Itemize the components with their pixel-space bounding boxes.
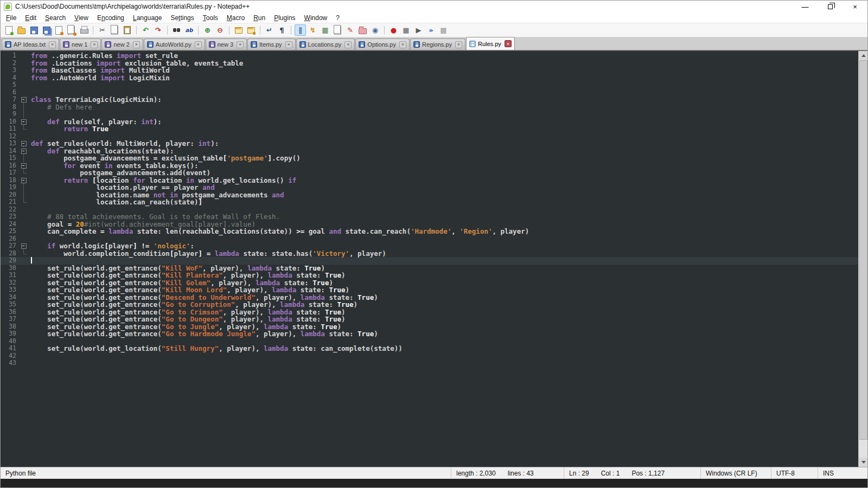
toolbar-replace-button[interactable]: ab — [183, 24, 195, 36]
toolbar-save-all-button[interactable] — [41, 24, 52, 36]
fold-margin — [20, 279, 28, 287]
fold-marker[interactable] — [20, 118, 28, 126]
notepad-plus-plus-icon — [4, 3, 12, 11]
toolbar-folder-as-workspace-button[interactable] — [357, 24, 368, 36]
menu-item-run[interactable]: Run — [249, 13, 270, 23]
scroll-down-button[interactable] — [859, 458, 867, 467]
toolbar-macro-run-multiple-button[interactable]: » — [425, 24, 437, 36]
toolbar-file-browser-button[interactable]: ▦ — [320, 24, 331, 36]
scrollbar-thumb[interactable] — [859, 60, 867, 440]
toolbar-open-file-button[interactable] — [16, 24, 27, 36]
line-number: 9 — [1, 111, 20, 118]
menu-item-search[interactable]: Search — [41, 13, 70, 23]
toolbar-macro-stop-button[interactable]: ■ — [400, 24, 412, 36]
menu-item-language[interactable]: Language — [129, 13, 166, 23]
code-segment: 'Region' — [459, 227, 492, 235]
status-eol[interactable]: Windows (CR LF) — [700, 467, 771, 479]
toolbar: ✂↶↷ab⊕⊖↵¶∥↯▦✎◉●■▶»▩ — [1, 23, 867, 37]
toolbar-paste-button[interactable] — [122, 24, 133, 36]
toolbar-cut-button[interactable]: ✂ — [97, 24, 108, 36]
close-icon[interactable]: × — [195, 41, 202, 48]
tab-autoworld-py[interactable]: AutoWorld.py× — [144, 38, 205, 50]
vertical-scrollbar[interactable] — [858, 51, 867, 467]
menu-item-macro[interactable]: Macro — [222, 13, 249, 23]
toolbar-show-all-characters-button[interactable]: ¶ — [276, 24, 288, 36]
close-icon[interactable]: × — [237, 41, 244, 48]
toolbar-word-wrap-button[interactable]: ↵ — [264, 24, 275, 36]
tab-rules-py[interactable]: Rules.py× — [466, 37, 515, 50]
code-text: can_complete = lambda state: len(reachab… — [28, 228, 529, 235]
toolbar-document-monitor-button[interactable]: ◉ — [369, 24, 381, 36]
tab-label: AP Ideas.txt — [14, 41, 46, 48]
toolbar-new-file-button[interactable] — [3, 24, 15, 36]
toolbar-macro-play-button[interactable]: ▶ — [413, 24, 424, 36]
scroll-up-button[interactable] — [859, 51, 867, 60]
status-encoding[interactable]: UTF-8 — [771, 467, 818, 479]
toolbar-redo-button[interactable]: ↷ — [152, 24, 164, 36]
menu-item-edit[interactable]: Edit — [21, 13, 41, 23]
editor[interactable]: 1from ..generic.Rules import set_rule2fr… — [1, 50, 867, 467]
toolbar-find-button[interactable] — [171, 24, 182, 36]
toolbar-function-list-button[interactable]: ↯ — [307, 24, 318, 36]
tab-locations-py[interactable]: Locations.py× — [296, 38, 355, 50]
close-icon[interactable]: × — [344, 41, 352, 48]
close-window-button[interactable]: × — [843, 1, 867, 12]
tab-new-2[interactable]: new 2× — [101, 38, 143, 50]
tab-ap-ideas-txt[interactable]: AP Ideas.txt× — [2, 38, 59, 50]
fold-marker[interactable] — [20, 242, 28, 250]
code-segment: .copy() — [272, 154, 301, 162]
toolbar-zoom-in-button[interactable]: ⊕ — [202, 24, 213, 36]
menu-item-settings[interactable]: Settings — [166, 13, 198, 23]
toolbar-macro-save-button[interactable]: ▩ — [438, 24, 449, 36]
close-icon[interactable]: × — [49, 41, 56, 48]
minimize-button[interactable]: — — [793, 1, 818, 12]
close-icon[interactable]: × — [455, 41, 462, 48]
fold-margin — [20, 67, 28, 74]
menu-item-help[interactable]: ? — [331, 13, 344, 23]
toolbar-document-map-button[interactable] — [332, 24, 343, 36]
tab-options-py[interactable]: Options.py× — [355, 38, 410, 50]
tab-new-1[interactable]: new 1× — [60, 38, 101, 50]
restore-button[interactable] — [818, 1, 843, 12]
taskbar-strip — [1, 479, 867, 488]
fold-marker[interactable] — [20, 147, 28, 155]
menu-item-plugins[interactable]: Plugins — [270, 13, 299, 23]
toolbar-save-file-button[interactable] — [28, 24, 40, 36]
toolbar-zoom-out-button[interactable]: ⊖ — [214, 24, 226, 36]
toolbar-close-file-button[interactable] — [53, 24, 65, 36]
tab-items-py[interactable]: Items.py× — [247, 38, 296, 50]
toolbar-macro-record-button[interactable]: ● — [388, 24, 399, 36]
tab-label: Items.py — [259, 41, 282, 48]
close-icon[interactable]: × — [133, 41, 140, 48]
toolbar-separator — [136, 26, 137, 35]
toolbar-edit-marker-button[interactable]: ✎ — [344, 24, 356, 36]
toolbar-sync-scroll-v-button[interactable] — [233, 24, 244, 36]
menu-item-file[interactable]: File — [2, 13, 21, 23]
close-icon[interactable]: × — [505, 40, 512, 47]
fold-margin — [20, 155, 28, 162]
tab-regions-py[interactable]: Regions.py× — [410, 38, 465, 50]
toolbar-show-indent-guide-button[interactable]: ∥ — [295, 24, 306, 36]
menu-item-encoding[interactable]: Encoding — [93, 13, 129, 23]
toolbar-copy-button[interactable] — [109, 24, 120, 36]
tab-new-3[interactable]: new 3× — [206, 38, 247, 50]
toolbar-sync-scroll-h-button[interactable] — [245, 24, 257, 36]
menu-item-window[interactable]: Window — [300, 13, 332, 23]
line-number: 1 — [1, 52, 20, 60]
fold-marker[interactable] — [20, 177, 28, 184]
menu-item-view[interactable]: View — [70, 13, 93, 23]
tab-label: Options.py — [367, 41, 396, 48]
line-number: 24 — [1, 221, 20, 228]
close-icon[interactable]: × — [399, 41, 406, 48]
fold-marker[interactable] — [20, 162, 28, 170]
toolbar-undo-button[interactable]: ↶ — [140, 24, 151, 36]
line-number: 35 — [1, 301, 20, 309]
toolbar-close-all-button[interactable] — [66, 24, 77, 36]
fold-marker[interactable] — [20, 140, 28, 147]
toolbar-print-button[interactable] — [78, 24, 90, 36]
close-icon[interactable]: × — [285, 41, 292, 48]
close-icon[interactable]: × — [91, 41, 98, 48]
fold-marker[interactable] — [20, 96, 28, 104]
menu-item-tools[interactable]: Tools — [199, 13, 222, 23]
status-insert-mode[interactable]: INS — [818, 467, 867, 479]
